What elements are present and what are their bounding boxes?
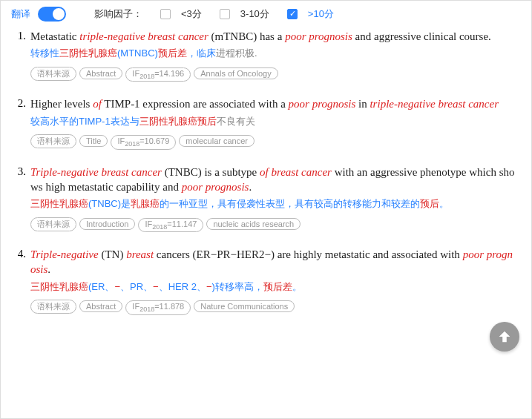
chinese-translation: 三阴性乳腺癌(ER、−、PR、−、HER 2、−)转移率高，预后差。 xyxy=(30,280,518,294)
tag-row: 语料来源AbstractIF2018=11.878Nature Communic… xyxy=(30,300,518,314)
result-content: Triple-negative breast cancer (TNBC) is … xyxy=(30,165,518,233)
english-sentence: Metastatic triple-negative breast cancer… xyxy=(30,29,518,44)
tag[interactable]: 语料来源 xyxy=(30,300,76,314)
tag[interactable]: Title xyxy=(79,135,108,147)
result-number: 4. xyxy=(14,247,30,315)
filter-bar: 翻译 影响因子： <3分 3-10分 >10分 xyxy=(1,1,531,29)
english-sentence: Triple-negative breast cancer (TNBC) is … xyxy=(30,165,518,195)
tag[interactable]: IF2018=11.147 xyxy=(138,218,203,232)
tag-row: 语料来源IntroductionIF2018=11.147nucleic aci… xyxy=(30,217,518,232)
result-item: 1.Metastatic triple-negative breast canc… xyxy=(14,29,518,82)
tag-row: 语料来源TitleIF2018=10.679molecular cancer xyxy=(30,134,518,149)
tag[interactable]: Introduction xyxy=(79,218,135,230)
tag[interactable]: IF2018=10.679 xyxy=(111,135,176,149)
option-lt3[interactable]: <3分 xyxy=(181,7,202,21)
tag[interactable]: nucleic acids research xyxy=(206,218,301,230)
result-item: 4.Triple-negative (TN) breast cancers (E… xyxy=(14,247,518,315)
tag[interactable]: IF2018=14.196 xyxy=(125,67,191,82)
chinese-translation: 三阴性乳腺癌(TNBC)是乳腺癌的一种亚型，具有侵袭性表型，具有较高的转移能力和… xyxy=(30,197,518,211)
tag[interactable]: 语料来源 xyxy=(30,134,76,148)
checkbox-gt10[interactable] xyxy=(287,9,298,19)
checkbox-3-10[interactable] xyxy=(220,9,230,19)
tag[interactable]: molecular cancer xyxy=(179,135,254,147)
result-content: Higher levels of TIMP-1 expression are a… xyxy=(30,96,518,149)
tag[interactable]: Nature Communications xyxy=(194,300,295,312)
results-list: 1.Metastatic triple-negative breast canc… xyxy=(1,29,531,337)
result-content: Triple-negative (TN) breast cancers (ER−… xyxy=(30,247,518,315)
result-item: 2.Higher levels of TIMP-1 expression are… xyxy=(14,96,518,149)
tag[interactable]: Abstract xyxy=(79,300,122,312)
impact-factor-label: 影响因子： xyxy=(94,7,142,21)
tag[interactable]: 语料来源 xyxy=(30,67,76,81)
tag[interactable]: Abstract xyxy=(79,67,122,79)
tag-row: 语料来源AbstractIF2018=14.196Annals of Oncol… xyxy=(30,67,518,82)
checkbox-lt3[interactable] xyxy=(160,9,171,19)
option-gt10[interactable]: >10分 xyxy=(308,7,334,21)
arrow-up-icon xyxy=(496,329,513,345)
option-3-10[interactable]: 3-10分 xyxy=(240,7,269,21)
result-item: 3.Triple-negative breast cancer (TNBC) i… xyxy=(14,165,518,233)
translate-toggle[interactable] xyxy=(38,7,66,22)
scroll-top-button[interactable] xyxy=(490,322,519,352)
result-number: 2. xyxy=(14,96,30,149)
english-sentence: Higher levels of TIMP-1 expression are a… xyxy=(30,96,518,111)
chinese-translation: 较高水平的TIMP-1表达与三阴性乳腺癌预后不良有关 xyxy=(30,115,518,129)
chinese-translation: 转移性三阴性乳腺癌(MTNBC)预后差，临床进程积极. xyxy=(30,47,518,61)
english-sentence: Triple-negative (TN) breast cancers (ER−… xyxy=(30,247,518,277)
tag[interactable]: Annals of Oncology xyxy=(194,67,278,79)
result-content: Metastatic triple-negative breast cancer… xyxy=(30,29,518,82)
tag[interactable]: IF2018=11.878 xyxy=(125,300,191,314)
result-number: 1. xyxy=(14,29,30,82)
result-number: 3. xyxy=(14,165,30,233)
translate-label: 翻译 xyxy=(11,7,30,21)
tag[interactable]: 语料来源 xyxy=(30,217,76,231)
